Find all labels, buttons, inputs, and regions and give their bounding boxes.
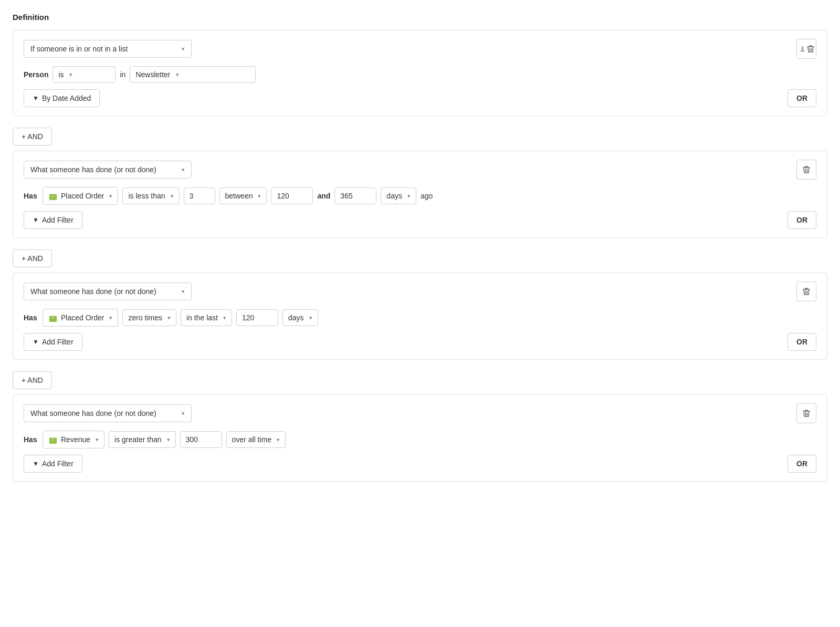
time-end-input-2[interactable] bbox=[334, 187, 376, 204]
operator-select-2[interactable]: is less than ▾ bbox=[122, 187, 179, 204]
or-button-3[interactable]: OR bbox=[788, 333, 816, 351]
chevron-unit-2: ▾ bbox=[407, 193, 411, 200]
person-operator-value: is bbox=[58, 70, 64, 79]
delete-button-3[interactable] bbox=[796, 281, 816, 301]
person-list-select[interactable]: Newsletter ▾ bbox=[130, 66, 256, 83]
has-label-2: Has bbox=[24, 192, 38, 200]
and-button-1[interactable]: + AND bbox=[13, 128, 52, 145]
condition-footer-4: ▼ Add Filter OR bbox=[24, 455, 816, 473]
value-input-4[interactable] bbox=[180, 431, 222, 448]
or-button-2[interactable]: OR bbox=[788, 211, 816, 229]
time-unit-select-3[interactable]: days ▾ bbox=[282, 309, 318, 326]
chevron-down-icon-3: ▾ bbox=[182, 288, 185, 295]
has-row-3: Has Placed Order ▾ zero times ▾ in the l… bbox=[24, 309, 816, 327]
add-filter-button-3[interactable]: ▼ Add Filter bbox=[24, 333, 82, 351]
chevron-op-2: ▾ bbox=[171, 193, 174, 200]
time-start-input-2[interactable] bbox=[271, 187, 313, 204]
event-select-2[interactable]: Placed Order ▾ bbox=[43, 187, 118, 205]
chevron-list: ▾ bbox=[176, 71, 179, 78]
chevron-event-3: ▾ bbox=[109, 315, 112, 321]
value-input-2[interactable] bbox=[184, 187, 215, 204]
chevron-event-4: ▾ bbox=[96, 436, 99, 443]
event-select-4[interactable]: Revenue ▾ bbox=[43, 431, 104, 448]
chevron-event-2: ▾ bbox=[109, 193, 112, 200]
event-label-3: Placed Order bbox=[61, 314, 104, 322]
condition-header-2: What someone has done (or not done) ▾ bbox=[24, 160, 816, 180]
filter-icon-2: ▼ bbox=[33, 216, 39, 224]
trash-svg-1 bbox=[807, 45, 814, 53]
trash-svg-2 bbox=[803, 165, 810, 174]
and-connector-2: + AND bbox=[13, 244, 827, 273]
value-input-3[interactable] bbox=[236, 309, 278, 326]
and-button-2[interactable]: + AND bbox=[13, 249, 52, 267]
add-filter-label-4: Add Filter bbox=[42, 459, 74, 468]
shopify-icon-3 bbox=[48, 313, 58, 322]
condition-type-label-3: What someone has done (or not done) bbox=[30, 287, 156, 296]
has-label-4: Has bbox=[24, 435, 38, 444]
svg-rect-4 bbox=[49, 194, 57, 200]
condition-block-3: What someone has done (or not done) ▾ Ha… bbox=[13, 273, 827, 360]
has-label-3: Has bbox=[24, 314, 38, 322]
operator-select-4[interactable]: is greater than ▾ bbox=[109, 431, 176, 448]
delete-button-4[interactable] bbox=[796, 403, 816, 423]
and-connector-3: + AND bbox=[13, 366, 827, 394]
event-label-4: Revenue bbox=[61, 435, 90, 444]
person-prep: in bbox=[120, 70, 125, 79]
operator-label-4: is greater than bbox=[114, 435, 162, 444]
condition-header-4: What someone has done (or not done) ▾ bbox=[24, 403, 816, 423]
condition-block-2: What someone has done (or not done) ▾ Ha… bbox=[13, 151, 827, 238]
chevron-period-3: ▾ bbox=[223, 315, 226, 321]
time-period-label-4: over all time bbox=[232, 435, 271, 444]
condition-type-label-2: What someone has done (or not done) bbox=[30, 165, 156, 174]
trash-icon-1: ⫫ bbox=[799, 44, 807, 54]
time-period-select-4[interactable]: over all time ▾ bbox=[226, 431, 286, 448]
chevron-down-icon-1: ▾ bbox=[182, 46, 185, 53]
condition-header-3: What someone has done (or not done) ▾ bbox=[24, 281, 816, 301]
person-operator-select[interactable]: is ▾ bbox=[52, 66, 116, 83]
chevron-down-icon-4: ▾ bbox=[182, 410, 185, 417]
or-button-4[interactable]: OR bbox=[788, 455, 816, 473]
condition-footer-1: ▼ By Date Added OR bbox=[24, 89, 816, 107]
shopify-icon-4 bbox=[48, 435, 58, 444]
time-unit-select-2[interactable]: days ▾ bbox=[381, 187, 416, 204]
condition-type-select-2[interactable]: What someone has done (or not done) ▾ bbox=[24, 161, 192, 179]
time-period-label-3: in the last bbox=[186, 314, 218, 322]
by-date-added-button[interactable]: ▼ By Date Added bbox=[24, 89, 100, 107]
time-unit-label-3: days bbox=[288, 314, 304, 322]
and-connector-1: + AND bbox=[13, 122, 827, 151]
condition-type-select-3[interactable]: What someone has done (or not done) ▾ bbox=[24, 283, 192, 300]
by-date-added-label: By Date Added bbox=[42, 94, 91, 102]
add-filter-label-2: Add Filter bbox=[42, 216, 74, 224]
filter-icon-4: ▼ bbox=[33, 460, 39, 467]
chevron-op-3: ▾ bbox=[167, 315, 171, 321]
add-filter-button-4[interactable]: ▼ Add Filter bbox=[24, 455, 82, 473]
operator-label-3: zero times bbox=[128, 314, 162, 322]
and-button-3[interactable]: + AND bbox=[13, 371, 52, 389]
event-select-3[interactable]: Placed Order ▾ bbox=[43, 309, 118, 327]
chevron-unit-3: ▾ bbox=[309, 315, 312, 321]
condition-header-1: If someone is in or not in a list ▾ ⫫ bbox=[24, 39, 816, 59]
condition-type-select-4[interactable]: What someone has done (or not done) ▾ bbox=[24, 404, 192, 422]
trash-svg-4 bbox=[803, 409, 810, 417]
delete-button-2[interactable] bbox=[796, 160, 816, 180]
or-button-1[interactable]: OR bbox=[788, 89, 816, 107]
chevron-down-icon-2: ▾ bbox=[182, 166, 185, 173]
operator-select-3[interactable]: zero times ▾ bbox=[122, 309, 176, 326]
time-period-label-2: between bbox=[225, 192, 253, 200]
operator-label-2: is less than bbox=[128, 192, 165, 200]
person-label: Person bbox=[24, 70, 48, 79]
condition-type-label-1: If someone is in or not in a list bbox=[30, 45, 128, 53]
has-row-4: Has Revenue ▾ is greater than ▾ over all… bbox=[24, 431, 816, 448]
condition-type-select-1[interactable]: If someone is in or not in a list ▾ bbox=[24, 40, 192, 58]
add-filter-button-2[interactable]: ▼ Add Filter bbox=[24, 211, 82, 229]
filter-icon-1: ▼ bbox=[33, 95, 39, 102]
event-label-2: Placed Order bbox=[61, 192, 104, 200]
delete-button-1[interactable]: ⫫ bbox=[796, 39, 816, 59]
condition-block-1: If someone is in or not in a list ▾ ⫫ Pe… bbox=[13, 30, 827, 116]
filter-icon-3: ▼ bbox=[33, 338, 39, 346]
time-period-select-2[interactable]: between ▾ bbox=[219, 187, 267, 204]
chevron-op-4: ▾ bbox=[167, 436, 170, 443]
time-period-select-3[interactable]: in the last ▾ bbox=[181, 309, 232, 326]
person-list-value: Newsletter bbox=[135, 70, 170, 79]
chevron-period-4: ▾ bbox=[277, 436, 280, 443]
